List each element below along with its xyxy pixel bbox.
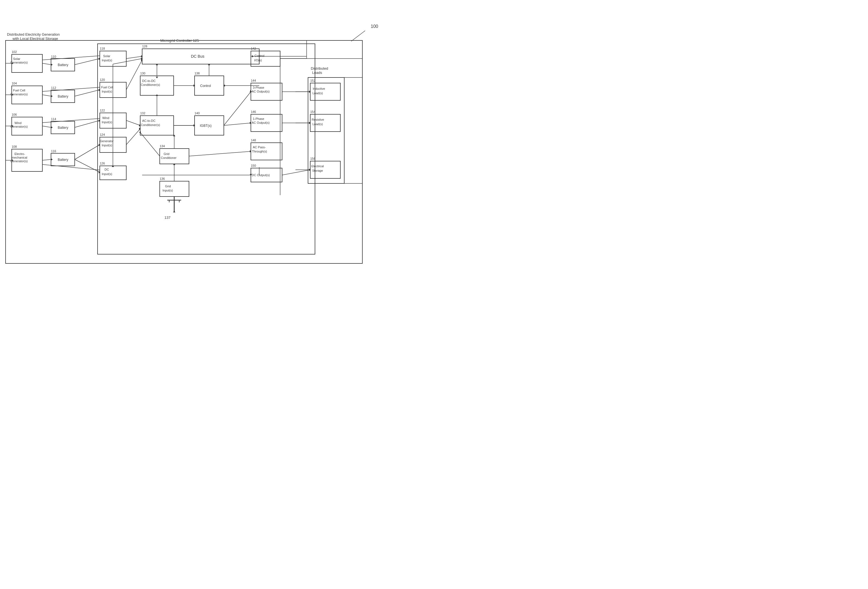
svg-text:Generator(s): Generator(s) [10, 159, 28, 163]
svg-line-150 [113, 59, 142, 64]
svg-text:106: 106 [12, 113, 17, 116]
svg-text:Input(s): Input(s) [102, 172, 112, 176]
svg-marker-130 [51, 126, 53, 128]
svg-text:137: 137 [164, 216, 171, 220]
svg-marker-155 [156, 77, 158, 78]
svg-text:Conditioner: Conditioner [161, 156, 177, 159]
svg-text:156: 156 [310, 157, 315, 160]
svg-line-2 [351, 31, 365, 41]
svg-text:mechanical: mechanical [12, 156, 27, 159]
svg-text:Electro-: Electro- [15, 152, 25, 155]
svg-text:146: 146 [251, 110, 256, 114]
svg-text:Battery: Battery [58, 94, 68, 98]
svg-line-192 [189, 151, 251, 156]
svg-marker-125 [51, 95, 53, 97]
svg-text:IGBT(s): IGBT(s) [200, 124, 211, 128]
svg-text:Generator(s): Generator(s) [10, 93, 28, 96]
diagram-number: 100 [371, 24, 378, 29]
svg-text:DC: DC [105, 168, 109, 171]
svg-marker-172 [173, 211, 175, 213]
svg-text:with Local Electrical Storage: with Local Electrical Storage [12, 37, 58, 41]
svg-line-126 [75, 90, 100, 96]
svg-text:Battery: Battery [58, 126, 68, 130]
svg-text:3-Phase: 3-Phase [253, 86, 264, 89]
svg-line-138 [75, 159, 100, 172]
svg-text:Battery: Battery [58, 158, 68, 162]
svg-text:AC Output(s): AC Output(s) [252, 90, 270, 93]
svg-text:Generator: Generator [100, 139, 114, 143]
svg-text:128: 128 [142, 44, 147, 48]
svg-text:DC Bus: DC Bus [191, 54, 204, 59]
svg-text:144: 144 [251, 79, 256, 82]
svg-text:Generator(s): Generator(s) [10, 125, 28, 128]
svg-text:Storage: Storage [312, 169, 323, 172]
svg-line-164 [140, 133, 160, 156]
svg-line-119 [42, 63, 51, 65]
svg-rect-0 [6, 40, 362, 263]
svg-text:118: 118 [100, 47, 105, 50]
svg-text:Conditioner(s): Conditioner(s) [141, 123, 160, 127]
svg-text:102: 102 [12, 50, 17, 53]
svg-text:Input(s): Input(s) [162, 189, 173, 192]
svg-text:110: 110 [51, 55, 56, 58]
svg-text:Load(s): Load(s) [313, 92, 323, 95]
svg-line-136 [75, 145, 100, 159]
svg-text:Grid: Grid [165, 185, 171, 188]
svg-line-140 [42, 164, 100, 170]
svg-text:134: 134 [160, 145, 165, 148]
svg-text:Wind: Wind [102, 116, 109, 120]
svg-text:152: 152 [310, 79, 315, 82]
svg-text:Generator(s): Generator(s) [10, 61, 28, 64]
svg-text:132: 132 [140, 112, 145, 115]
left-section-label: Distributed Electricity Generation [7, 32, 60, 37]
svg-text:108: 108 [12, 145, 17, 148]
svg-text:148: 148 [251, 139, 256, 142]
svg-marker-180 [252, 55, 254, 58]
svg-text:126: 126 [100, 162, 105, 165]
svg-text:142: 142 [251, 47, 256, 50]
svg-text:Electrical: Electrical [311, 164, 324, 168]
svg-text:Battery: Battery [58, 63, 68, 67]
svg-line-141 [126, 56, 142, 59]
svg-text:Solar: Solar [103, 55, 111, 58]
svg-text:Input(s): Input(s) [102, 59, 112, 62]
diagram-svg: 100 Distributed Electricity Generation w… [0, 0, 434, 294]
svg-line-129 [42, 126, 51, 127]
svg-line-143 [126, 60, 142, 90]
svg-text:Fuel Cell: Fuel Cell [13, 89, 25, 92]
svg-text:140: 140 [195, 112, 199, 115]
svg-text:116: 116 [51, 149, 56, 153]
svg-text:Input(s): Input(s) [102, 90, 112, 93]
svg-text:AC Output(s): AC Output(s) [252, 121, 270, 124]
svg-text:Solar: Solar [13, 57, 20, 61]
svg-line-145 [126, 120, 140, 125]
svg-text:Fuel Cell: Fuel Cell [101, 86, 113, 89]
svg-line-121 [75, 59, 100, 65]
svg-line-124 [42, 95, 51, 96]
diagram-container: 100 Distributed Electricity Generation w… [0, 0, 434, 294]
svg-line-134 [42, 159, 51, 160]
svg-text:136: 136 [160, 177, 165, 180]
svg-line-188 [224, 92, 251, 125]
svg-marker-135 [51, 158, 53, 161]
svg-text:138: 138 [195, 72, 199, 75]
svg-text:Through(s): Through(s) [252, 150, 267, 153]
svg-text:Load(s): Load(s) [313, 123, 323, 126]
svg-text:AC-to-DC: AC-to-DC [142, 119, 155, 123]
svg-text:1-Phase: 1-Phase [253, 117, 264, 120]
svg-text:Input(s): Input(s) [102, 120, 112, 124]
svg-text:104: 104 [12, 82, 17, 85]
svg-text:154: 154 [310, 110, 315, 114]
svg-text:Resistive: Resistive [311, 118, 324, 121]
svg-text:Control: Control [200, 84, 211, 88]
svg-line-147 [126, 129, 140, 145]
svg-line-201 [282, 170, 310, 175]
svg-text:124: 124 [100, 133, 105, 136]
svg-text:I/O(s): I/O(s) [254, 59, 262, 62]
svg-text:120: 120 [100, 78, 105, 81]
svg-text:Wind: Wind [15, 121, 21, 125]
svg-text:Inductive: Inductive [313, 87, 325, 90]
svg-text:150: 150 [251, 164, 256, 167]
distributed-loads-label: Distributed [311, 66, 328, 71]
svg-text:Grid: Grid [164, 152, 170, 155]
